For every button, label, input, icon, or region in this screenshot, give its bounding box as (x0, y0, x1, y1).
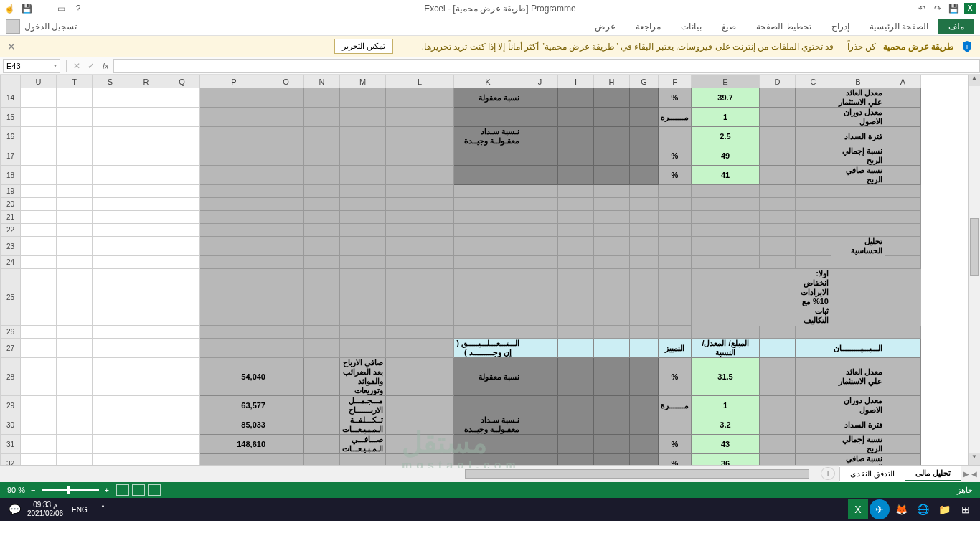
sheet-tab-bar: ◀ ▶ تحليل مالى التدفق النقدى + (0, 465, 980, 482)
help-icon[interactable]: ? (73, 4, 83, 14)
col-header-I[interactable]: I (558, 75, 594, 88)
accept-formula-icon[interactable]: ✓ (84, 61, 98, 71)
minimize-icon[interactable]: — (39, 4, 49, 14)
scroll-up-icon[interactable]: ▲ (969, 75, 980, 86)
col-header-L[interactable]: L (386, 75, 454, 88)
notification-icon[interactable]: 💬 (4, 499, 24, 519)
page-break-view-icon[interactable] (148, 484, 161, 496)
tab-insert[interactable]: إدراج (821, 19, 859, 34)
row-header-26[interactable]: 26 (1, 326, 21, 339)
col-header-A[interactable]: A (885, 75, 921, 88)
cancel-formula-icon[interactable]: ✕ (70, 61, 84, 71)
row-header-29[interactable]: 29 (1, 396, 21, 415)
close-bar-icon[interactable]: ✕ (7, 41, 16, 52)
tab-home[interactable]: الصفحة الرئيسية (859, 19, 938, 34)
row-header-30[interactable]: 30 (1, 415, 21, 435)
col-header-N[interactable]: N (304, 75, 340, 88)
taskbar-explorer-icon[interactable]: 📁 (934, 499, 954, 519)
row-header-18[interactable]: 18 (1, 166, 21, 185)
col-header-H[interactable]: H (594, 75, 630, 88)
row-header-31[interactable]: 31 (1, 435, 21, 454)
taskbar-start-icon[interactable]: ⊞ (956, 499, 976, 519)
col-header-Q[interactable]: Q (164, 75, 200, 88)
taskbar-lang[interactable]: ENG (69, 506, 90, 514)
sheet-nav[interactable]: ◀ ▶ (961, 466, 980, 482)
maximize-icon[interactable]: ▭ (56, 4, 66, 14)
zoom-out-icon[interactable]: − (31, 486, 35, 494)
col-header-J[interactable]: J (522, 75, 558, 88)
enable-editing-button[interactable]: تمكين التحرير (334, 39, 393, 54)
taskbar-telegram-icon[interactable]: ✈ (870, 499, 890, 519)
taskbar-clock[interactable]: 09:33 م2021/02/06 (27, 501, 63, 518)
row-header-19[interactable]: 19 (1, 185, 21, 198)
tray-up-icon[interactable]: ˄ (93, 499, 113, 519)
col-header-C[interactable]: C (796, 75, 831, 88)
tab-data[interactable]: بيانات (671, 19, 712, 34)
row-header-20[interactable]: 20 (1, 198, 21, 211)
row-header-21[interactable]: 21 (1, 211, 21, 224)
taskbar-edge-icon[interactable]: 🌐 (913, 499, 933, 519)
statusbar: 90 % − + جاهز (0, 482, 980, 498)
col-header-K[interactable]: K (454, 75, 522, 88)
windows-taskbar: 💬 09:33 م2021/02/06 ENG ˄ X ✈ 🦊 🌐 📁 ⊞ (0, 498, 980, 521)
formula-bar: E43 ✕ ✓ fx (0, 57, 980, 75)
page-layout-view-icon[interactable] (132, 484, 145, 496)
col-header-D[interactable]: D (760, 75, 796, 88)
login-button[interactable]: تسجيل الدخول (6, 19, 77, 34)
row-header-27[interactable]: 27 (1, 339, 21, 358)
tab-formulas[interactable]: صيغ (712, 19, 746, 34)
zoom-slider[interactable] (42, 489, 99, 491)
col-header-T[interactable]: T (57, 75, 93, 88)
scroll-down-icon[interactable]: ▼ (969, 453, 980, 465)
zoom-value[interactable]: 90 % (7, 486, 25, 494)
qat-save-icon[interactable]: 💾 (948, 4, 958, 14)
sheet-tab-active[interactable]: تحليل مالى (905, 466, 961, 481)
h-scroll-thumb[interactable] (465, 469, 809, 479)
row-header-15[interactable]: 15 (1, 108, 21, 127)
window-title: Programme [طريقة عرض محمية] - Excel (83, 4, 917, 14)
vertical-scrollbar[interactable]: ▲ ▼ (968, 75, 980, 465)
protected-view-bar: i طريقة عرض محمية كن حذراً — قد تحتوي ال… (0, 36, 980, 57)
row-header-23[interactable]: 23 (1, 237, 21, 256)
scroll-thumb[interactable] (970, 218, 979, 276)
formula-input[interactable] (113, 59, 980, 73)
row-header-16[interactable]: 16 (1, 127, 21, 146)
tab-layout[interactable]: تخطيط الصفحة (746, 19, 821, 34)
col-header-O[interactable]: O (268, 75, 304, 88)
row-header-24[interactable]: 24 (1, 256, 21, 269)
row-header-28[interactable]: 28 (1, 358, 21, 396)
col-header-F[interactable]: F (659, 75, 692, 88)
col-header-B[interactable]: B (831, 75, 885, 88)
tab-file[interactable]: ملف (938, 19, 974, 34)
tab-view[interactable]: عرض (585, 19, 626, 34)
row-header-25[interactable]: 25 (1, 269, 21, 326)
row-header-14[interactable]: 14 (1, 88, 21, 108)
normal-view-icon[interactable] (116, 484, 129, 496)
row-header-22[interactable]: 22 (1, 224, 21, 237)
fx-icon[interactable]: fx (98, 62, 113, 70)
sheet-tab-other[interactable]: التدفق النقدى (839, 467, 905, 481)
taskbar-excel-icon[interactable]: X (848, 499, 868, 519)
spreadsheet-grid[interactable]: UTSRQPONMLKJIHGFEDCBA14نسبة معقولة%39.7م… (0, 75, 980, 465)
horizontal-scrollbar[interactable] (4, 468, 812, 480)
col-header-P[interactable]: P (200, 75, 268, 88)
col-header-M[interactable]: M (340, 75, 386, 88)
touch-mode-icon[interactable]: ☝ (4, 4, 14, 14)
col-header-E[interactable]: E (692, 75, 760, 88)
redo-icon[interactable]: ↷ (933, 4, 943, 14)
protected-label: طريقة عرض محمية (883, 42, 954, 52)
zoom-in-icon[interactable]: + (105, 486, 109, 494)
col-header-U[interactable]: U (21, 75, 57, 88)
row-header-32[interactable]: 32 (1, 454, 21, 466)
row-header-17[interactable]: 17 (1, 146, 21, 166)
shield-icon: i (961, 41, 973, 52)
taskbar-firefox-icon[interactable]: 🦊 (891, 499, 911, 519)
col-header-R[interactable]: R (128, 75, 164, 88)
col-header-S[interactable]: S (93, 75, 128, 88)
save-icon[interactable]: 💾 (22, 4, 32, 14)
tab-review[interactable]: مراجعة (626, 19, 671, 34)
name-box[interactable]: E43 (3, 59, 60, 73)
undo-icon[interactable]: ↶ (917, 4, 927, 14)
col-header-G[interactable]: G (630, 75, 659, 88)
add-sheet-button[interactable]: + (821, 467, 835, 480)
